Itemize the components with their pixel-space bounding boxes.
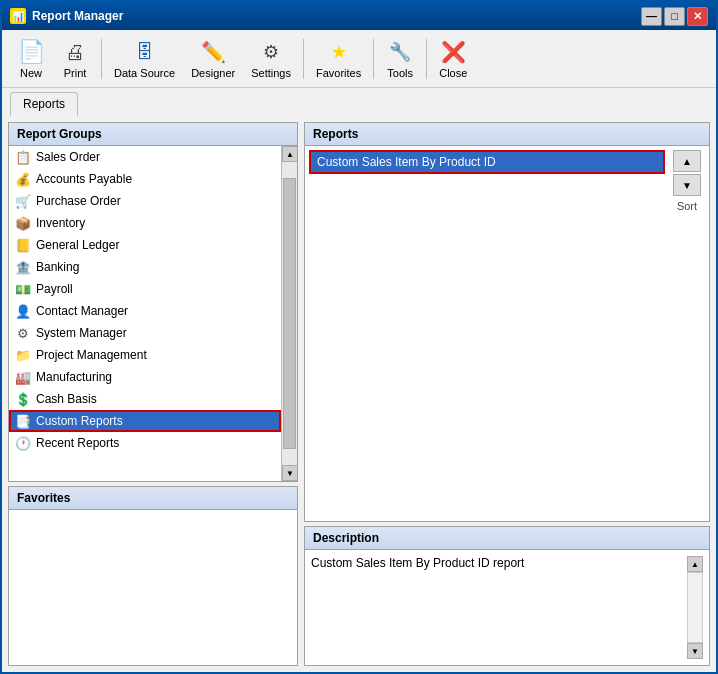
description-panel: Description Custom Sales Item By Product… bbox=[304, 526, 710, 666]
main-content: Report Groups 📋 Sales Order 💰 Accounts P… bbox=[2, 116, 716, 672]
group-item-purchase-order[interactable]: 🛒 Purchase Order bbox=[9, 190, 281, 212]
favorites-header: Favorites bbox=[9, 487, 297, 510]
group-item-system-manager[interactable]: ⚙ System Manager bbox=[9, 322, 281, 344]
desc-scroll-down[interactable]: ▼ bbox=[687, 643, 703, 659]
right-panel: Reports Custom Sales Item By Product ID … bbox=[304, 122, 710, 666]
reports-list[interactable]: Custom Sales Item By Product ID bbox=[309, 150, 665, 517]
system-manager-icon: ⚙ bbox=[15, 325, 31, 341]
group-label-project-management: Project Management bbox=[36, 348, 147, 362]
group-label-manufacturing: Manufacturing bbox=[36, 370, 112, 384]
group-item-accounts-payable[interactable]: 💰 Accounts Payable bbox=[9, 168, 281, 190]
data-source-icon: 🗄 bbox=[131, 38, 159, 66]
desc-scroll-up[interactable]: ▲ bbox=[687, 556, 703, 572]
groups-list[interactable]: 📋 Sales Order 💰 Accounts Payable 🛒 Purch… bbox=[9, 146, 281, 481]
description-text: Custom Sales Item By Product ID report bbox=[311, 556, 683, 659]
toolbar-close-label: Close bbox=[439, 67, 467, 79]
scroll-thumb[interactable] bbox=[283, 178, 296, 449]
settings-button[interactable]: ⚙ Settings bbox=[244, 34, 298, 83]
scroll-down-arrow[interactable]: ▼ bbox=[282, 465, 297, 481]
group-item-custom-reports[interactable]: 📑 Custom Reports bbox=[9, 410, 281, 432]
print-button[interactable]: 🖨 Print bbox=[54, 34, 96, 83]
data-source-button[interactable]: 🗄 Data Source bbox=[107, 34, 182, 83]
group-label-banking: Banking bbox=[36, 260, 79, 274]
group-label-cash-basis: Cash Basis bbox=[36, 392, 97, 406]
new-icon: 📄 bbox=[17, 38, 45, 66]
data-source-label: Data Source bbox=[114, 67, 175, 79]
project-management-icon: 📁 bbox=[15, 347, 31, 363]
payroll-icon: 💵 bbox=[15, 281, 31, 297]
favorites-label: Favorites bbox=[316, 67, 361, 79]
toolbar-sep-2 bbox=[303, 39, 304, 79]
report-item-label: Custom Sales Item By Product ID bbox=[317, 155, 496, 169]
tools-button[interactable]: 🔧 Tools bbox=[379, 34, 421, 83]
accounts-payable-icon: 💰 bbox=[15, 171, 31, 187]
group-label-recent-reports: Recent Reports bbox=[36, 436, 119, 450]
toolbar-close-icon: ❌ bbox=[439, 38, 467, 66]
group-item-contact-manager[interactable]: 👤 Contact Manager bbox=[9, 300, 281, 322]
group-label-custom-reports: Custom Reports bbox=[36, 414, 123, 428]
reports-tab[interactable]: Reports bbox=[10, 92, 78, 116]
new-label: New bbox=[20, 67, 42, 79]
group-label-system-manager: System Manager bbox=[36, 326, 127, 340]
designer-icon: ✏️ bbox=[199, 38, 227, 66]
general-ledger-icon: 📒 bbox=[15, 237, 31, 253]
toolbar-close-button[interactable]: ❌ Close bbox=[432, 34, 474, 83]
report-groups-panel: Report Groups 📋 Sales Order 💰 Accounts P… bbox=[8, 122, 298, 482]
designer-label: Designer bbox=[191, 67, 235, 79]
group-item-payroll[interactable]: 💵 Payroll bbox=[9, 278, 281, 300]
group-label-inventory: Inventory bbox=[36, 216, 85, 230]
window-icon: 📊 bbox=[10, 8, 26, 24]
favorites-panel: Favorites bbox=[8, 486, 298, 666]
sort-up-button[interactable]: ▲ bbox=[673, 150, 701, 172]
print-icon: 🖨 bbox=[61, 38, 89, 66]
group-item-project-management[interactable]: 📁 Project Management bbox=[9, 344, 281, 366]
group-item-recent-reports[interactable]: 🕐 Recent Reports bbox=[9, 432, 281, 454]
settings-icon: ⚙ bbox=[257, 38, 285, 66]
group-item-cash-basis[interactable]: 💲 Cash Basis bbox=[9, 388, 281, 410]
favorites-content bbox=[9, 510, 297, 665]
group-label-sales-order: Sales Order bbox=[36, 150, 100, 164]
close-button[interactable]: ✕ bbox=[687, 7, 708, 26]
contact-manager-icon: 👤 bbox=[15, 303, 31, 319]
print-label: Print bbox=[64, 67, 87, 79]
sort-down-button[interactable]: ▼ bbox=[673, 174, 701, 196]
groups-scrollbar[interactable]: ▲ ▼ bbox=[281, 146, 297, 481]
main-window: 📊 Report Manager — □ ✕ 📄 New 🖨 Print 🗄 D… bbox=[0, 0, 718, 674]
window-title: Report Manager bbox=[32, 9, 123, 23]
group-item-manufacturing[interactable]: 🏭 Manufacturing bbox=[9, 366, 281, 388]
group-label-general-ledger: General Ledger bbox=[36, 238, 119, 252]
report-groups-header: Report Groups bbox=[9, 123, 297, 146]
group-item-banking[interactable]: 🏦 Banking bbox=[9, 256, 281, 278]
group-label-purchase-order: Purchase Order bbox=[36, 194, 121, 208]
manufacturing-icon: 🏭 bbox=[15, 369, 31, 385]
title-controls: — □ ✕ bbox=[641, 7, 708, 26]
recent-reports-icon: 🕐 bbox=[15, 435, 31, 451]
group-item-sales-order[interactable]: 📋 Sales Order bbox=[9, 146, 281, 168]
toolbar: 📄 New 🖨 Print 🗄 Data Source ✏️ Designer … bbox=[2, 30, 716, 88]
scroll-up-arrow[interactable]: ▲ bbox=[282, 146, 297, 162]
groups-list-container: 📋 Sales Order 💰 Accounts Payable 🛒 Purch… bbox=[9, 146, 297, 481]
maximize-button[interactable]: □ bbox=[664, 7, 685, 26]
desc-scroll-track[interactable] bbox=[687, 572, 703, 643]
report-item-custom-sales[interactable]: Custom Sales Item By Product ID bbox=[309, 150, 665, 174]
inventory-icon: 📦 bbox=[15, 215, 31, 231]
sales-order-icon: 📋 bbox=[15, 149, 31, 165]
minimize-button[interactable]: — bbox=[641, 7, 662, 26]
toolbar-sep-1 bbox=[101, 39, 102, 79]
group-label-contact-manager: Contact Manager bbox=[36, 304, 128, 318]
sort-label: Sort bbox=[677, 200, 697, 212]
favorites-button[interactable]: ★ Favorites bbox=[309, 34, 368, 83]
group-item-general-ledger[interactable]: 📒 General Ledger bbox=[9, 234, 281, 256]
custom-reports-icon: 📑 bbox=[15, 413, 31, 429]
new-button[interactable]: 📄 New bbox=[10, 34, 52, 83]
tools-icon: 🔧 bbox=[386, 38, 414, 66]
description-header: Description bbox=[305, 527, 709, 550]
designer-button[interactable]: ✏️ Designer bbox=[184, 34, 242, 83]
description-content: Custom Sales Item By Product ID report ▲… bbox=[305, 550, 709, 665]
title-bar-left: 📊 Report Manager bbox=[10, 8, 123, 24]
group-label-payroll: Payroll bbox=[36, 282, 73, 296]
title-bar: 📊 Report Manager — □ ✕ bbox=[2, 2, 716, 30]
group-item-inventory[interactable]: 📦 Inventory bbox=[9, 212, 281, 234]
settings-label: Settings bbox=[251, 67, 291, 79]
reports-list-header: Reports bbox=[305, 123, 709, 146]
